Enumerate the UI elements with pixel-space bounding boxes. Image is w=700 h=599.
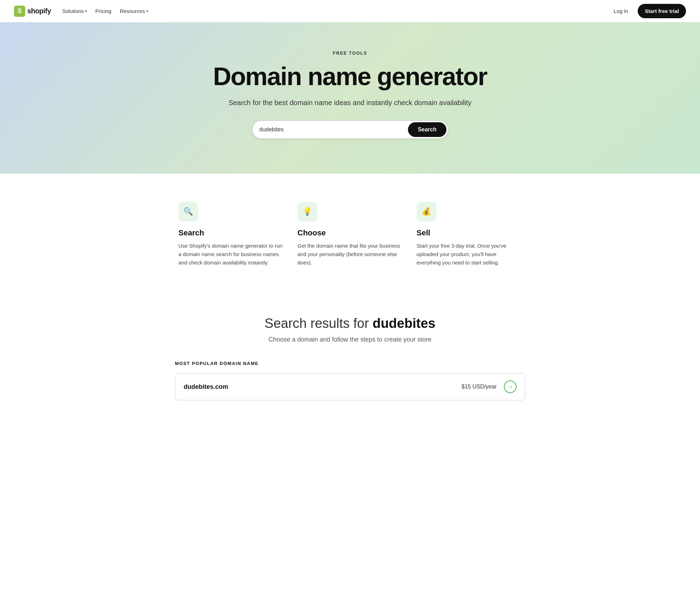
nav-links: Solutions ▾ Pricing Resources ▾ [62,8,148,14]
nav-logo[interactable]: S shopify [14,6,51,17]
feature-sell-title: Sell [417,228,522,237]
nav-link-pricing[interactable]: Pricing [95,8,111,14]
feature-choose-desc: Get the domain name that fits your busin… [298,242,403,267]
nav-link-label: Solutions [62,8,84,14]
money-icon: 💰 [422,207,431,216]
domain-price: $15 USD/year [462,384,497,390]
feature-search-desc: Use Shopify's domain name generator to r… [179,242,284,267]
login-button[interactable]: Log in [610,5,632,17]
feature-sell-desc: Start your free 3-day trial. Once you've… [417,242,522,267]
nav-right: Log in Start free trial [610,4,686,18]
shopify-logo-icon: S [14,6,25,17]
search-icon: 🔍 [183,207,193,216]
features-grid: 🔍 Search Use Shopify's domain name gener… [158,174,543,295]
choose-icon-wrap: 💡 [298,202,317,221]
hero-subtitle: Search for the best domain name ideas an… [7,97,693,108]
domain-right: $15 USD/year → [462,380,517,393]
results-search-term: dudebites [373,316,435,331]
results-heading-prefix: Search results for [265,316,373,331]
most-popular-label: MOST POPULAR DOMAIN NAME [175,361,525,366]
nav-left: S shopify Solutions ▾ Pricing Resources … [14,6,148,17]
hero-section: FREE TOOLS Domain name generator Search … [0,22,700,174]
domain-select-button[interactable]: → [504,380,517,393]
arrow-right-icon: → [507,383,513,391]
nav-link-label: Pricing [95,8,111,14]
hero-badge: FREE TOOLS [7,50,693,56]
features-section: 🔍 Search Use Shopify's domain name gener… [0,174,700,295]
domain-result-row: dudebites.com $15 USD/year → [175,373,525,400]
feature-search: 🔍 Search Use Shopify's domain name gener… [179,202,284,267]
hero-title: Domain name generator [7,63,693,90]
domain-search-bar: Search [252,121,448,139]
nav-link-label: Resources [120,8,145,14]
results-section: Search results for dudebites Choose a do… [0,295,700,418]
feature-search-title: Search [179,228,284,237]
domain-name: dudebites.com [184,383,228,391]
feature-choose: 💡 Choose Get the domain name that fits y… [298,202,403,267]
navbar: S shopify Solutions ▾ Pricing Resources … [0,0,700,22]
domain-name-prefix: dudebites [184,383,214,390]
chevron-down-icon: ▾ [146,9,148,13]
search-icon-wrap: 🔍 [179,202,198,221]
search-button[interactable]: Search [408,122,446,137]
feature-sell: 💰 Sell Start your free 3-day trial. Once… [417,202,522,267]
sell-icon-wrap: 💰 [417,202,436,221]
nav-logo-text: shopify [27,7,51,15]
results-subheading: Choose a domain and follow the steps to … [21,336,679,343]
results-heading: Search results for dudebites [21,316,679,331]
nav-link-resources[interactable]: Resources ▾ [120,8,148,14]
nav-link-solutions[interactable]: Solutions ▾ [62,8,87,14]
feature-choose-title: Choose [298,228,403,237]
chevron-down-icon: ▾ [85,9,87,13]
start-trial-button[interactable]: Start free trial [638,4,686,18]
lightbulb-icon: 💡 [303,207,312,216]
domain-tld: .com [214,383,228,390]
domain-search-input[interactable] [259,124,408,136]
